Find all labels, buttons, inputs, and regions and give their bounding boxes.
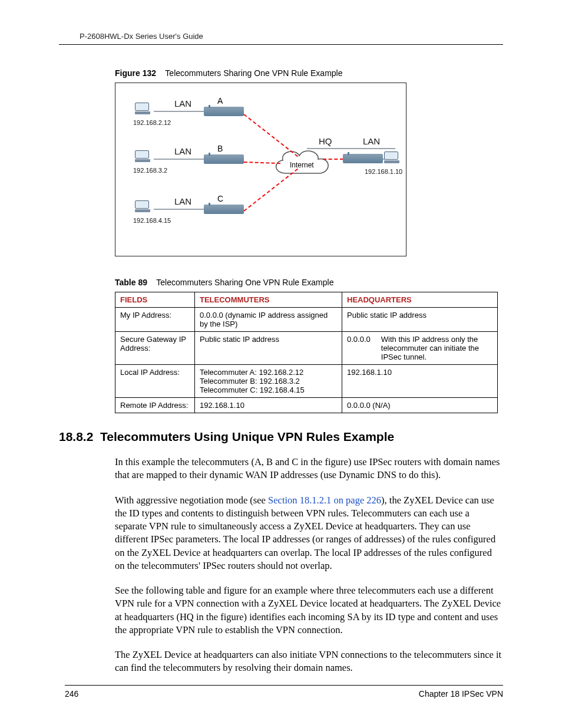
table-row: Secure Gateway IP Address: Public static… <box>115 332 498 365</box>
hq-ip: 0.0.0.0 <box>347 335 371 361</box>
network-diagram: LAN A 192.168.2.12 LAN B 192.168.3.2 LAN… <box>115 83 406 256</box>
th-telecommuters: TELECOMMUTERS <box>195 292 342 308</box>
lan-line <box>154 111 204 112</box>
cell-hq: Public static IP address <box>342 308 498 332</box>
cell-hq: 0.0.0.0 With this IP address only the te… <box>342 332 498 365</box>
th-headquarters: HEADQUARTERS <box>342 292 498 308</box>
ip-c: 192.168.4.15 <box>133 217 171 224</box>
section-number: 18.8.2 <box>59 430 93 443</box>
tele-line: Telecommuter A: 192.168.2.12 <box>200 368 337 377</box>
tele-line: Telecommuter B: 192.168.3.2 <box>200 377 337 386</box>
table-row: Local IP Address: Telecommuter A: 192.16… <box>115 365 498 398</box>
paragraph: The ZyXEL Device at headquarters can als… <box>115 648 503 675</box>
chapter-label: Chapter 18 IPSec VPN <box>419 689 503 699</box>
table-title: Telecommuters Sharing One VPN Rule Examp… <box>156 278 333 287</box>
figure-label: Figure 132 <box>115 68 156 78</box>
lan-line <box>154 159 204 160</box>
page-header: P-2608HWL-Dx Series User's Guide <box>59 32 503 45</box>
paragraph: In this example the telecommuters (A, B … <box>115 456 503 482</box>
router-icon <box>204 154 244 164</box>
computer-icon <box>135 150 150 163</box>
router-icon <box>204 107 244 116</box>
ip-a: 192.168.2.12 <box>133 119 171 126</box>
cell-hq: 0.0.0.0 (N/A) <box>342 398 498 413</box>
letter-c: C <box>217 194 223 203</box>
cell-hq: 192.168.1.10 <box>342 365 498 398</box>
paragraph: With aggressive negotiation mode (see Se… <box>115 494 503 573</box>
table-row: Remote IP Address: 192.168.1.10 0.0.0.0 … <box>115 398 498 413</box>
cell-field: Remote IP Address: <box>115 398 195 413</box>
tunnel-line <box>323 159 343 160</box>
tele-line: Telecommuter C: 192.168.4.15 <box>200 386 337 394</box>
cell-tele: 0.0.0.0 (dynamic IP address assigned by … <box>195 308 342 332</box>
section-heading: 18.8.2 Telecommuters Using Unique VPN Ru… <box>59 430 503 444</box>
vpn-settings-table: FIELDS TELECOMMUTERS HEADQUARTERS My IP … <box>115 292 498 413</box>
table-label: Table 89 <box>115 278 147 287</box>
hq-label: HQ <box>319 136 332 146</box>
figure-caption: Figure 132 Telecommuters Sharing One VPN… <box>115 68 503 78</box>
ip-hq: 192.168.1.10 <box>365 168 402 175</box>
lan-label: LAN <box>174 98 191 108</box>
letter-a: A <box>217 96 223 106</box>
paragraph: See the following table and figure for a… <box>115 584 503 637</box>
cross-reference-link[interactable]: Section 18.1.2.1 on page 226 <box>268 495 381 506</box>
text-after-link: ), the ZyXEL Device can use the ID types… <box>115 495 495 571</box>
page-footer: 246 Chapter 18 IPSec VPN <box>65 685 503 699</box>
lan-label: LAN <box>174 196 191 206</box>
table-header: FIELDS TELECOMMUTERS HEADQUARTERS <box>115 292 498 308</box>
router-icon <box>204 205 244 214</box>
section-title: Telecommuters Using Unique VPN Rules Exa… <box>100 430 394 443</box>
cell-tele: Public static IP address <box>195 332 342 365</box>
cell-tele: 192.168.1.10 <box>195 398 342 413</box>
cell-field: My IP Address: <box>115 308 195 332</box>
letter-b: B <box>217 144 223 153</box>
page-number: 246 <box>65 689 78 699</box>
th-fields: FIELDS <box>115 292 195 308</box>
figure-title: Telecommuters Sharing One VPN Rule Examp… <box>165 68 342 78</box>
cell-field: Local IP Address: <box>115 365 195 398</box>
table-row: My IP Address: 0.0.0.0 (dynamic IP addre… <box>115 308 498 332</box>
guide-title: P-2608HWL-Dx Series User's Guide <box>80 32 203 41</box>
router-icon <box>343 154 383 163</box>
lan-label: LAN <box>174 146 191 156</box>
computer-icon <box>135 103 150 116</box>
lan-line <box>307 148 395 149</box>
table-caption: Table 89 Telecommuters Sharing One VPN R… <box>115 278 503 287</box>
cell-field: Secure Gateway IP Address: <box>115 332 195 365</box>
text-before-link: With aggressive negotiation mode (see <box>115 495 268 506</box>
internet-label: Internet <box>290 161 314 169</box>
computer-icon <box>135 200 150 213</box>
lan-label: LAN <box>363 136 380 146</box>
lan-line <box>154 209 204 210</box>
ip-b: 192.168.3.2 <box>133 167 167 174</box>
cell-tele: Telecommuter A: 192.168.2.12 Telecommute… <box>195 365 342 398</box>
computer-icon <box>384 151 399 164</box>
hq-note: With this IP address only the telecommut… <box>381 335 492 361</box>
